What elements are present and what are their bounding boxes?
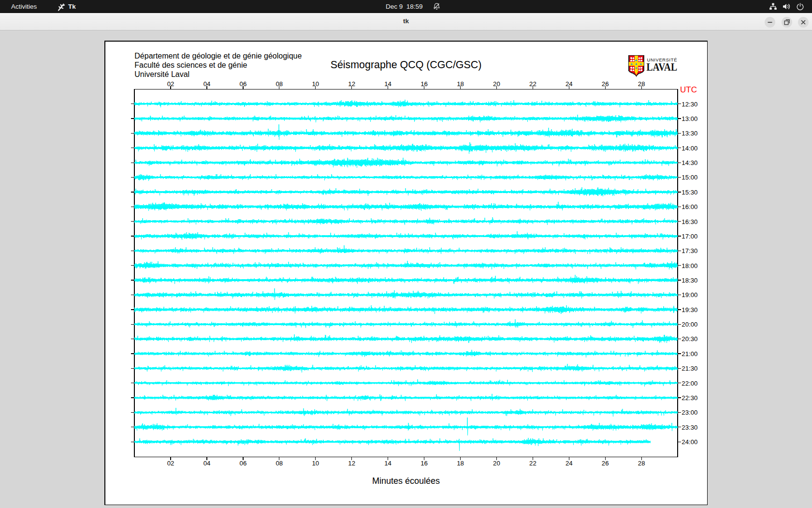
svg-text:16:00: 16:00 (682, 203, 697, 210)
svg-text:08: 08 (276, 460, 283, 467)
svg-text:14:30: 14:30 (682, 159, 697, 166)
svg-text:12:30: 12:30 (682, 101, 697, 108)
svg-text:23:30: 23:30 (682, 424, 697, 431)
svg-text:15:30: 15:30 (682, 189, 697, 196)
svg-text:20:30: 20:30 (682, 335, 697, 343)
svg-text:21:00: 21:00 (682, 350, 697, 358)
svg-text:28: 28 (638, 460, 645, 467)
svg-text:24:00: 24:00 (682, 438, 697, 446)
svg-text:16: 16 (420, 460, 428, 467)
svg-text:17:00: 17:00 (682, 233, 697, 240)
svg-text:Séismographe QCQ (CGC/GSC): Séismographe QCQ (CGC/GSC) (331, 59, 482, 71)
svg-text:12: 12 (348, 460, 355, 467)
svg-text:UTC: UTC (680, 85, 697, 94)
svg-text:20: 20 (493, 460, 500, 467)
svg-text:14: 14 (384, 460, 392, 467)
svg-text:16:30: 16:30 (682, 218, 697, 225)
svg-text:18:30: 18:30 (682, 277, 697, 284)
svg-text:LAVAL: LAVAL (647, 60, 678, 73)
svg-text:Minutes écoulées: Minutes écoulées (372, 476, 440, 486)
svg-text:18: 18 (457, 460, 464, 467)
svg-text:13:30: 13:30 (682, 130, 697, 137)
svg-text:24: 24 (566, 460, 573, 467)
svg-text:02: 02 (167, 460, 174, 467)
svg-text:18:00: 18:00 (682, 262, 697, 269)
svg-text:22:00: 22:00 (682, 380, 697, 387)
svg-text:17:30: 17:30 (682, 247, 697, 254)
svg-text:04: 04 (203, 460, 211, 467)
svg-text:13:00: 13:00 (682, 115, 697, 122)
svg-text:15:00: 15:00 (682, 174, 697, 181)
svg-text:21:30: 21:30 (682, 365, 697, 372)
svg-text:26: 26 (602, 460, 609, 467)
svg-text:20:00: 20:00 (682, 321, 697, 328)
svg-text:Université Laval: Université Laval (134, 70, 189, 78)
svg-text:19:30: 19:30 (682, 306, 697, 314)
svg-text:19:00: 19:00 (682, 291, 697, 299)
svg-text:06: 06 (240, 460, 247, 467)
svg-text:Faculté des sciences et de gén: Faculté des sciences et de génie (134, 61, 247, 69)
svg-text:10: 10 (312, 460, 319, 467)
svg-text:23:00: 23:00 (682, 409, 697, 416)
svg-text:14:00: 14:00 (682, 145, 697, 152)
svg-text:22: 22 (529, 460, 536, 467)
svg-text:22:30: 22:30 (682, 394, 697, 402)
svg-text:Département de géologie et de: Département de géologie et de génie géol… (134, 52, 302, 60)
